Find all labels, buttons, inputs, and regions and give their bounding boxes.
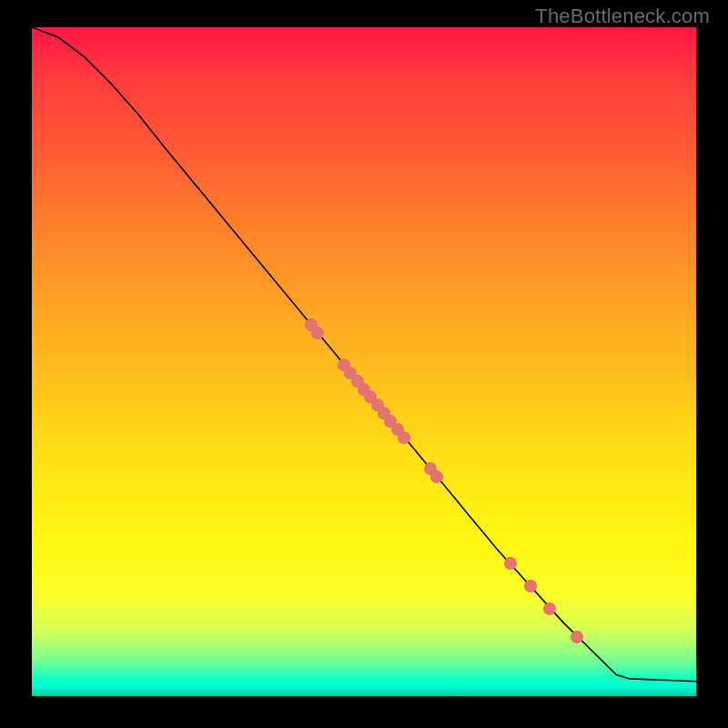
data-point <box>398 431 410 444</box>
data-point <box>524 580 537 592</box>
watermark-text: TheBottleneck.com <box>535 5 710 28</box>
chart-stage: TheBottleneck.com <box>0 0 728 728</box>
plot-area <box>32 27 696 696</box>
curve-svg <box>32 27 696 696</box>
data-point <box>311 327 324 339</box>
bottleneck-curve <box>32 27 696 682</box>
data-point <box>504 557 517 570</box>
data-point <box>571 631 583 643</box>
